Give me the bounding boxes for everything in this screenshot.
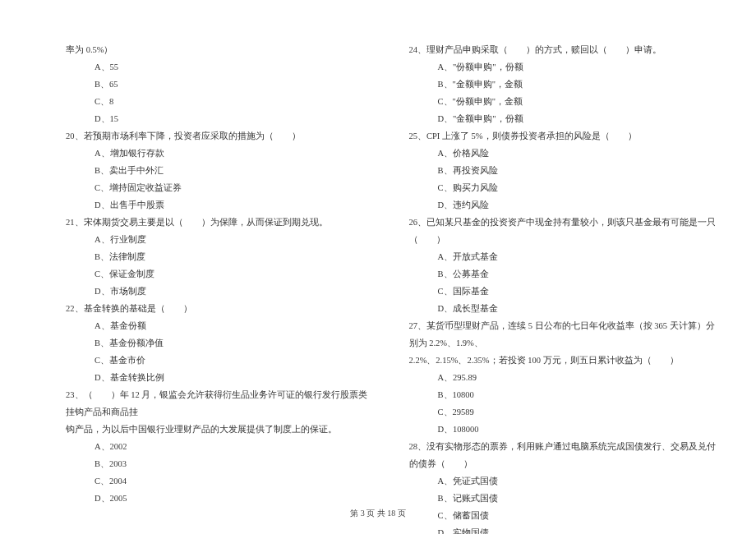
question-23-cont: 钩产品，为以后中国银行业理财产品的大发展提供了制度上的保证。 [66,421,376,438]
option-d: D、2005 [94,490,376,507]
option-a: A、价格风险 [438,145,720,162]
option-b: B、记账式国债 [438,490,720,507]
question-25: 25、CPI 上涨了 5%，则债券投资者承担的风险是（ ） [409,127,720,145]
option-b: B、再投资风险 [438,162,720,179]
option-d: D、市场制度 [94,283,376,300]
question-22: 22、基金转换的基础是（ ） [66,300,376,317]
question-21: 21、宋体期货交易主要是以（ ）为保障，从而保证到期兑现。 [66,214,376,231]
option-d: D、违约风险 [438,196,720,214]
question-fragment: 率为 0.5%） [66,41,376,58]
question-27-cont: 2.2%、2.15%、2.35%；若投资 100 万元，则五日累计收益为（ ） [409,352,720,369]
option-c: C、基金市价 [94,352,376,369]
option-c: C、29589 [438,403,720,421]
question-26: 26、已知某只基金的投资资产中现金持有量较小，则该只基金最有可能是一只（ ） [409,214,720,248]
option-a: A、"份额申购"，份额 [438,58,720,76]
page-footer: 第 3 页 共 18 页 [0,508,756,519]
option-a: A、凭证式国债 [438,472,720,490]
option-b: B、基金份额净值 [94,334,376,352]
option-d: D、15 [94,110,376,127]
option-c: C、"份额申购"，金额 [438,93,720,110]
option-c: C、保证金制度 [94,265,376,283]
option-a: A、增加银行存款 [94,145,376,162]
option-a: A、55 [94,58,376,76]
option-d: D、实物国债 [438,524,720,534]
option-b: B、"金额申购"，金额 [438,76,720,93]
question-27: 27、某货币型理财产品，连续 5 日公布的七日年化收益率（按 365 天计算）分… [409,317,720,352]
option-b: B、2003 [94,455,376,472]
option-c: C、增持固定收益证券 [94,179,376,196]
option-a: A、行业制度 [94,231,376,248]
option-b: B、法律制度 [94,248,376,265]
page-content: 率为 0.5%） A、55 B、65 C、8 D、15 20、若预期市场利率下降… [0,0,756,534]
option-d: D、基金转换比例 [94,369,376,386]
option-d: D、108000 [438,421,720,438]
option-a: A、基金份额 [94,317,376,334]
option-c: C、国际基金 [438,283,720,300]
left-column: 率为 0.5%） A、55 B、65 C、8 D、15 20、若预期市场利率下降… [66,41,376,534]
option-d: D、"金额申购"，份额 [438,110,720,127]
option-d: D、出售手中股票 [94,196,376,214]
question-28: 28、没有实物形态的票券，利用账户通过电脑系统完成国债发行、交易及兑付的债券（ … [409,438,720,472]
option-a: A、开放式基金 [438,248,720,265]
question-24: 24、理财产品申购采取（ ）的方式，赎回以（ ）申请。 [409,41,720,58]
option-a: A、295.89 [438,369,720,386]
option-b: B、10800 [438,386,720,403]
option-d: D、成长型基金 [438,300,720,317]
option-b: B、65 [94,76,376,93]
right-column: 24、理财产品申购采取（ ）的方式，赎回以（ ）申请。 A、"份额申购"，份额 … [409,41,720,534]
option-b: B、卖出手中外汇 [94,162,376,179]
question-23: 23、（ ）年 12 月，银监会允许获得衍生品业务许可证的银行发行股票类挂钩产品… [66,386,376,421]
option-c: C、2004 [94,472,376,490]
option-c: C、8 [94,93,376,110]
option-b: B、公募基金 [438,265,720,283]
question-20: 20、若预期市场利率下降，投资者应采取的措施为（ ） [66,127,376,145]
option-a: A、2002 [94,438,376,455]
option-c: C、购买力风险 [438,179,720,196]
